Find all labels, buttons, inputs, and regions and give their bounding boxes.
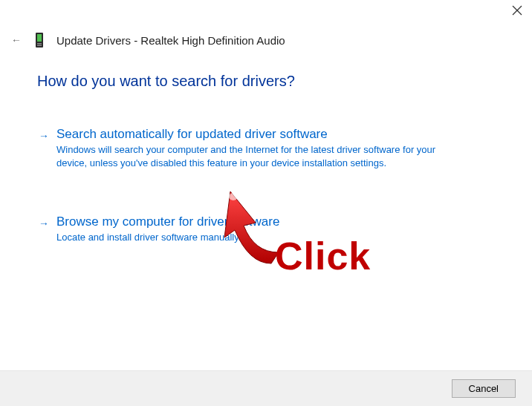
cancel-button[interactable]: Cancel (452, 379, 516, 398)
page-heading: How do you want to search for drivers? (37, 73, 495, 90)
svg-rect-5 (37, 45, 42, 47)
device-icon (33, 32, 46, 48)
option-search-automatically[interactable]: → Search automatically for updated drive… (37, 127, 495, 170)
option-browse-computer[interactable]: → Browse my computer for driver software… (37, 215, 495, 244)
arrow-right-icon: → (39, 217, 49, 229)
option-body: Browse my computer for driver software L… (56, 215, 495, 244)
option-description: Locate and install driver software manua… (56, 231, 458, 244)
svg-rect-4 (37, 43, 42, 45)
back-arrow-icon: ← (11, 34, 22, 46)
window-title: Update Drivers - Realtek High Definition… (56, 34, 285, 47)
option-description: Windows will search your computer and th… (56, 143, 458, 170)
svg-rect-3 (37, 34, 42, 42)
back-button[interactable]: ← (10, 34, 22, 46)
titlebar (0, 0, 532, 22)
option-title: Browse my computer for driver software (56, 215, 495, 229)
option-body: Search automatically for updated driver … (56, 127, 495, 170)
arrow-right-icon: → (39, 130, 49, 142)
header-row: ← Update Drivers - Realtek High Definiti… (10, 32, 285, 48)
content-area: How do you want to search for drivers? →… (37, 73, 495, 289)
option-title: Search automatically for updated driver … (56, 127, 495, 142)
footer-bar: Cancel (0, 370, 532, 406)
close-icon (511, 4, 523, 16)
close-button[interactable] (511, 4, 523, 16)
